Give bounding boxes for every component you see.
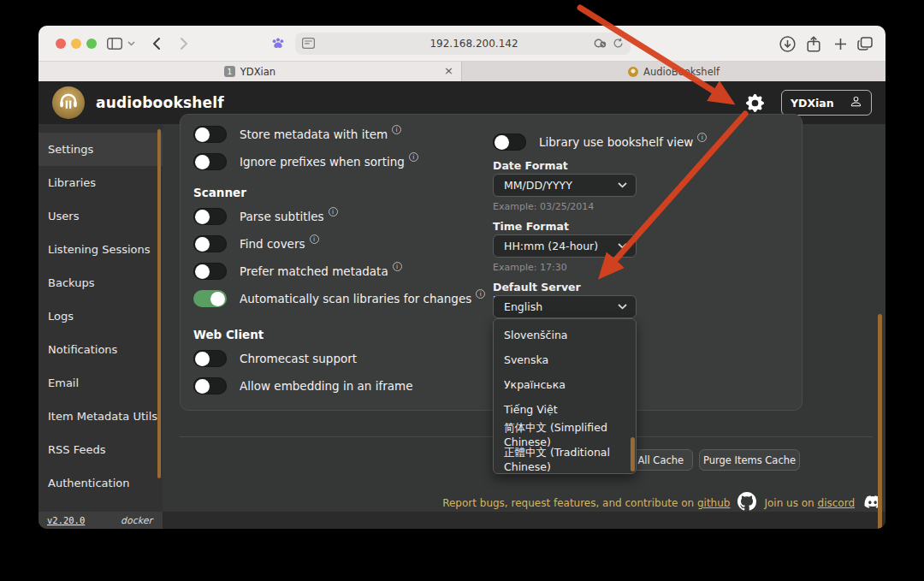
github-link[interactable]: github xyxy=(697,497,730,509)
sidebar-item-authentication[interactable]: Authentication xyxy=(38,466,163,500)
sidebar-scrollbar[interactable] xyxy=(157,129,161,478)
chevron-down-icon xyxy=(618,243,627,249)
address-bar[interactable]: 192.168.200.142 xyxy=(295,33,631,55)
toggle-row-store-metadata: Store metadata with itemi xyxy=(193,126,489,143)
toggle-row-parse-subtitles: Parse subtitlesi xyxy=(193,208,489,225)
sidebar-item-item-metadata-utils[interactable]: Item Metadata Utils xyxy=(38,400,163,433)
url-text[interactable]: 192.168.200.142 xyxy=(315,38,594,50)
bookshelf-view-toggle[interactable] xyxy=(493,133,526,151)
prefer-matched-metadata-toggle[interactable] xyxy=(193,263,227,280)
language-option[interactable]: Українська xyxy=(494,372,636,397)
info-icon[interactable]: i xyxy=(409,152,418,162)
settings-gear-icon[interactable] xyxy=(746,94,764,112)
info-icon[interactable]: i xyxy=(697,133,707,142)
sidebar-toggle-icon[interactable] xyxy=(107,26,122,62)
language-option[interactable]: Svenska xyxy=(494,347,636,372)
content-blocker-badge-icon[interactable] xyxy=(594,36,607,52)
extension-paw-icon[interactable] xyxy=(271,26,285,62)
toggle-label: Automatically scan libraries for changes… xyxy=(240,292,485,305)
tab-close-icon[interactable]: × xyxy=(444,65,453,76)
tab-label: YDXian xyxy=(240,66,275,78)
ignore-prefixes-toggle[interactable] xyxy=(193,153,227,170)
settings-column-right: Library use bookshelf viewi Date Format … xyxy=(493,133,637,151)
new-tab-icon[interactable] xyxy=(834,26,847,62)
sidebar-item-notifications[interactable]: Notifications xyxy=(38,333,163,366)
settings-column-left: Store metadata with itemi Ignore prefixe… xyxy=(193,126,489,405)
find-covers-toggle[interactable] xyxy=(193,235,227,252)
close-window-button[interactable] xyxy=(56,39,66,49)
audiobookshelf-logo[interactable] xyxy=(52,86,85,119)
section-header-scanner: Scanner xyxy=(193,186,489,199)
page-scrollbar[interactable] xyxy=(878,314,882,529)
app-body: Settings Libraries Users Listening Sessi… xyxy=(38,124,886,512)
toggle-label: Chromecast support xyxy=(240,352,357,365)
sidebar-item-email[interactable]: Email xyxy=(38,366,163,400)
back-button-icon[interactable] xyxy=(152,26,161,62)
info-icon[interactable]: i xyxy=(476,289,485,299)
person-icon xyxy=(850,95,862,110)
reload-icon[interactable] xyxy=(613,36,624,52)
zoom-window-button[interactable] xyxy=(86,39,97,49)
sidebar-item-listening-sessions[interactable]: Listening Sessions xyxy=(38,233,163,266)
info-icon[interactable]: i xyxy=(392,125,401,134)
github-icon[interactable] xyxy=(737,492,756,513)
discord-link[interactable]: discord xyxy=(818,497,855,509)
info-icon[interactable]: i xyxy=(310,234,319,244)
audiobookshelf-favicon xyxy=(628,67,638,77)
parse-subtitles-toggle[interactable] xyxy=(193,208,227,225)
app-title: audiobookshelf xyxy=(96,94,224,111)
toggle-row-chromecast: Chromecast support xyxy=(193,350,489,367)
share-icon[interactable] xyxy=(807,26,820,62)
date-format-example: Example: 03/25/2014 xyxy=(493,201,594,212)
tab-audiobookshelf[interactable]: AudioBookshelf xyxy=(462,62,886,81)
downloads-icon[interactable] xyxy=(779,26,796,62)
chromecast-toggle[interactable] xyxy=(193,350,227,367)
date-format-select[interactable]: MM/DD/YYYY xyxy=(493,174,637,197)
toggle-label: Prefer matched metadatai xyxy=(240,264,402,278)
dropdown-scrollbar[interactable] xyxy=(631,437,635,471)
version-row: v2.20.0 docker xyxy=(38,512,163,529)
auto-scan-toggle[interactable] xyxy=(193,290,227,307)
store-metadata-toggle[interactable] xyxy=(193,126,227,143)
allow-iframe-toggle[interactable] xyxy=(193,377,227,394)
language-option[interactable]: Tiếng Việt xyxy=(494,397,636,422)
screenshot-stage: 192.168.200.142 xyxy=(0,0,924,581)
language-option[interactable]: 正體中文 (Traditional Chinese) xyxy=(494,447,636,471)
tab-ydxian[interactable]: 1 YDXian × xyxy=(38,62,462,81)
toggle-label: Ignore prefixes when sortingi xyxy=(240,155,418,169)
purge-items-cache-button[interactable]: Purge Items Cache xyxy=(699,449,800,471)
language-select[interactable]: English xyxy=(493,295,637,318)
info-icon[interactable]: i xyxy=(393,262,402,271)
toggle-label: Allow embedding in an iframe xyxy=(240,379,412,393)
app-footer-strip: v2.20.0 docker xyxy=(38,512,886,529)
runtime-label: docker xyxy=(121,515,152,526)
toggle-row-find-covers: Find coversi xyxy=(193,235,489,252)
date-format-label: Date Format xyxy=(493,159,568,172)
language-option[interactable]: 简体中文 (Simplified Chinese) xyxy=(494,422,636,447)
join-discord-text: Join us on discord xyxy=(764,497,855,509)
sidebar-item-users[interactable]: Users xyxy=(38,199,163,233)
time-format-value: HH:mm (24-hour) xyxy=(504,240,598,252)
sidebar-item-libraries[interactable]: Libraries xyxy=(38,166,163,199)
toggle-label: Library use bookshelf viewi xyxy=(539,135,707,149)
browser-toolbar: 192.168.200.142 xyxy=(38,26,886,62)
user-menu-button[interactable]: YDXian xyxy=(781,90,872,116)
footer-links: Report bugs, request features, and contr… xyxy=(442,492,883,513)
reader-view-icon[interactable] xyxy=(302,36,315,52)
chevron-down-icon[interactable] xyxy=(127,26,135,62)
report-bugs-text: Report bugs, request features, and contr… xyxy=(442,497,730,509)
language-option[interactable]: Slovenščina xyxy=(494,323,636,347)
sidebar-item-rss-feeds[interactable]: RSS Feeds xyxy=(38,433,163,466)
tab-count-badge: 1 xyxy=(224,66,235,77)
version-link[interactable]: v2.20.0 xyxy=(47,515,85,525)
language-value: English xyxy=(504,300,542,313)
forward-button-icon[interactable] xyxy=(180,26,188,62)
time-format-select[interactable]: HH:mm (24-hour) xyxy=(493,234,637,258)
toggle-row-prefer-matched: Prefer matched metadatai xyxy=(193,263,489,280)
sidebar-item-backups[interactable]: Backups xyxy=(38,266,163,299)
tab-overview-icon[interactable] xyxy=(857,26,873,62)
info-icon[interactable]: i xyxy=(329,207,338,216)
minimize-window-button[interactable] xyxy=(71,39,81,49)
sidebar-item-logs[interactable]: Logs xyxy=(38,299,163,333)
sidebar-item-settings[interactable]: Settings xyxy=(38,133,163,166)
